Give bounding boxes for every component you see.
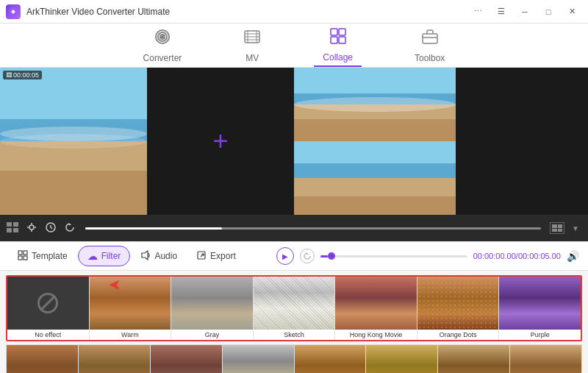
od-label: Orange Dots xyxy=(417,330,499,340)
filter-r2-8[interactable] xyxy=(510,345,581,373)
converter-icon xyxy=(154,28,171,50)
refresh-icon[interactable] xyxy=(63,222,76,235)
filter-gray[interactable]: Gray xyxy=(171,277,254,340)
toolbar-row: Template ☁ Filter Audio xyxy=(0,241,588,271)
filter-no-effect[interactable]: No effect xyxy=(7,277,90,340)
nav-toolbox[interactable]: Toolbox xyxy=(406,25,453,66)
filter-r2-3[interactable] xyxy=(151,345,223,373)
filter-r2-7[interactable] xyxy=(438,345,510,373)
nav-mv[interactable]: MV xyxy=(234,25,270,66)
svg-point-2 xyxy=(160,35,165,39)
menu-button[interactable]: ☰ xyxy=(491,4,512,19)
preview-area: 🖼 00:00:05 + xyxy=(0,68,588,215)
svg-line-29 xyxy=(201,254,204,257)
app-icon xyxy=(6,4,21,19)
r2-4-thumb xyxy=(223,345,294,373)
sun-icon[interactable] xyxy=(25,222,38,235)
timeline-track[interactable] xyxy=(320,255,467,257)
svg-rect-5 xyxy=(331,29,337,35)
nav-collage[interactable]: Collage xyxy=(314,24,362,67)
app-title: ArkThinker Video Converter Ultimate xyxy=(26,7,170,17)
layout-grid-icon[interactable] xyxy=(6,222,19,235)
audio-icon xyxy=(140,250,151,263)
svg-rect-13 xyxy=(7,228,12,232)
r2-5-thumb xyxy=(295,345,366,373)
svg-rect-23 xyxy=(18,251,22,255)
svg-rect-12 xyxy=(13,222,18,227)
toolbox-icon xyxy=(421,28,439,50)
volume-button[interactable]: 🔊 xyxy=(567,250,579,262)
filter-hk-movie[interactable]: Hong Kong Movie xyxy=(335,277,417,340)
title-bar: ArkThinker Video Converter Ultimate ⋯ ☰ … xyxy=(0,0,588,24)
svg-rect-7 xyxy=(331,37,337,43)
preview-panel-right xyxy=(294,68,456,215)
playback-section: ▶ 00:00:00.00/00:00:05.00 🔊 xyxy=(276,247,579,265)
r2-1-thumb xyxy=(7,345,78,373)
chevron-down-icon[interactable]: ▼ xyxy=(569,224,582,232)
svg-rect-25 xyxy=(18,256,22,260)
preview-panel-center[interactable]: + xyxy=(147,68,294,215)
annotation-arrow: ➤ xyxy=(109,277,120,294)
svg-rect-24 xyxy=(24,251,27,255)
window-controls: ⋯ ☰ ─ □ ✕ xyxy=(467,4,582,19)
r2-2-thumb xyxy=(79,345,150,373)
template-label: Template xyxy=(32,251,68,261)
purple-label: Purple xyxy=(499,330,581,340)
export-icon xyxy=(196,250,207,263)
mv-icon xyxy=(243,28,261,50)
nav-converter[interactable]: Converter xyxy=(135,25,191,66)
r2-6-thumb xyxy=(366,345,437,373)
sketch-label: Sketch xyxy=(254,330,335,340)
add-media-icon: + xyxy=(212,126,228,157)
sketch-thumb xyxy=(254,277,335,330)
loop-button[interactable] xyxy=(300,249,315,263)
export-toolbar-label: Export xyxy=(210,251,236,261)
svg-rect-6 xyxy=(339,29,345,35)
template-icon xyxy=(18,250,28,263)
minimize-button[interactable]: ─ xyxy=(514,4,535,19)
clock-icon[interactable] xyxy=(44,222,57,235)
preview-controls: ▼ xyxy=(0,215,588,241)
filter-button[interactable]: ☁ Filter xyxy=(78,246,131,266)
hk-label: Hong Kong Movie xyxy=(335,330,417,340)
r2-8-thumb xyxy=(510,345,581,373)
filter-r2-5[interactable] xyxy=(295,345,367,373)
audio-label: Audio xyxy=(154,251,177,261)
filter-purple[interactable]: Purple xyxy=(499,277,581,340)
converter-label: Converter xyxy=(143,53,182,63)
filter-r2-4[interactable] xyxy=(223,345,295,373)
svg-point-15 xyxy=(29,225,34,230)
preview-panel-left: 🖼 00:00:05 xyxy=(0,68,147,215)
main-container: 🖼 00:00:05 + xyxy=(0,68,588,373)
filter-r2-1[interactable] xyxy=(7,345,79,373)
preview-panel-far-right xyxy=(456,68,588,215)
filter-orange-dots[interactable]: Orange Dots xyxy=(417,277,500,340)
options-button[interactable]: ⋯ xyxy=(467,4,488,19)
play-button[interactable]: ▶ xyxy=(276,247,294,265)
export-toolbar-button[interactable]: Export xyxy=(187,246,245,266)
template-button[interactable]: Template xyxy=(9,246,76,266)
svg-rect-11 xyxy=(7,222,12,227)
title-bar-left: ArkThinker Video Converter Ultimate xyxy=(6,4,170,19)
nav-bar: Converter MV Collage xyxy=(0,24,588,68)
layout-selector[interactable] xyxy=(550,222,564,234)
svg-rect-26 xyxy=(24,256,27,260)
close-button[interactable]: ✕ xyxy=(562,4,582,19)
filter-sketch[interactable]: Sketch xyxy=(254,277,336,340)
collage-icon xyxy=(329,27,347,49)
r2-3-thumb xyxy=(151,345,222,373)
maximize-button[interactable]: □ xyxy=(538,4,559,19)
audio-button[interactable]: Audio xyxy=(132,246,186,266)
filter-warm[interactable]: Warm xyxy=(90,277,172,340)
filter-label: Filter xyxy=(101,251,121,261)
filters-row1: No effect Warm Gray Ske xyxy=(6,275,582,341)
svg-rect-14 xyxy=(13,228,18,232)
collage-label: Collage xyxy=(323,52,353,63)
svg-rect-9 xyxy=(423,34,437,43)
playback-progress[interactable] xyxy=(85,227,541,230)
filters-row2 xyxy=(6,344,582,373)
svg-marker-27 xyxy=(142,251,148,260)
right-controls: ▼ xyxy=(550,222,582,234)
filter-r2-6[interactable] xyxy=(366,345,438,373)
filter-r2-2[interactable] xyxy=(79,345,151,373)
